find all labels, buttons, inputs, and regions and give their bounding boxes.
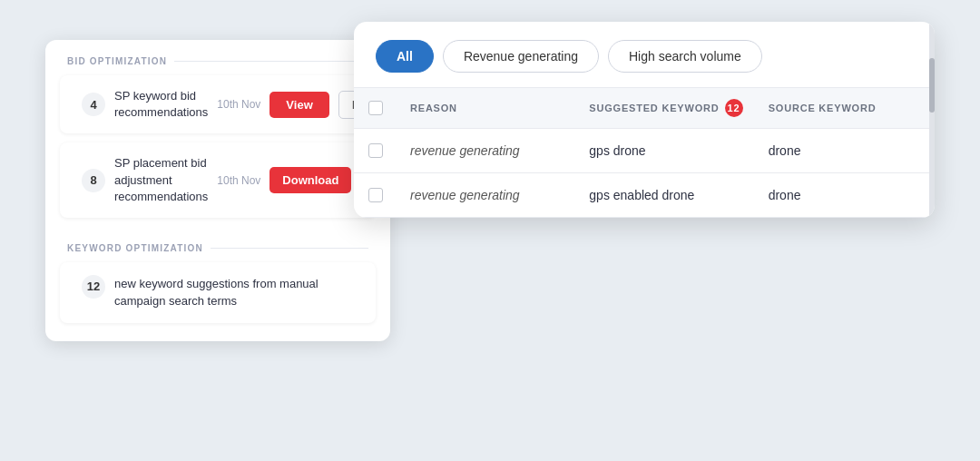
- keyword-rec-text: new keyword suggestions from manual camp…: [114, 275, 354, 310]
- suggested-keyword-badge: 12: [725, 99, 743, 117]
- scrollbar-thumb[interactable]: [929, 58, 935, 113]
- filter-high-search[interactable]: High search volume: [608, 40, 762, 73]
- filter-all[interactable]: All: [376, 40, 434, 73]
- keywords-table: REASON SUGGESTED KEYWORD 12 SOURCE KEYWO…: [354, 87, 935, 218]
- table-header: REASON SUGGESTED KEYWORD 12 SOURCE KEYWO…: [354, 87, 935, 129]
- bid-rec-row-1: 4 SP keyword bid recommendations 10th No…: [60, 75, 376, 133]
- header-checkbox-cell: [354, 88, 397, 128]
- row1-checkbox[interactable]: [368, 143, 383, 158]
- rec-date-2: 10th Nov: [217, 174, 260, 187]
- th-source-keyword: SOURCE KEYWORD: [756, 88, 935, 128]
- table-row: revenue generating gps drone drone: [354, 129, 935, 173]
- row1-reason: revenue generating: [397, 129, 576, 172]
- filter-bar: All Revenue generating High search volum…: [354, 22, 935, 87]
- keyword-rec-row: 12 new keyword suggestions from manual c…: [60, 262, 376, 323]
- keyword-optimization-label: KEYWORD OPTIMIZATION: [45, 227, 390, 262]
- select-all-checkbox[interactable]: [368, 101, 383, 115]
- row2-reason: revenue generating: [397, 173, 576, 217]
- th-reason: REASON: [397, 88, 576, 128]
- row1-suggested-keyword: gps drone: [576, 129, 755, 172]
- row1-source-keyword: drone: [756, 129, 935, 172]
- row2-source-keyword: drone: [756, 173, 935, 217]
- bid-optimization-card: BID OPTIMIZATION 4 SP keyword bid recomm…: [45, 40, 390, 341]
- rec-text-2: SP placement bid adjustment recommendati…: [114, 155, 208, 205]
- rec-date-1: 10th Nov: [217, 98, 260, 111]
- row1-checkbox-cell: [354, 129, 397, 172]
- badge-8: 8: [82, 169, 105, 192]
- bid-rec-row-2: 8 SP placement bid adjustment recommenda…: [60, 142, 376, 218]
- filter-revenue[interactable]: Revenue generating: [443, 40, 599, 73]
- th-suggested-keyword: SUGGESTED KEYWORD 12: [576, 88, 755, 128]
- download-button[interactable]: Download: [270, 167, 351, 193]
- badge-12-back: 12: [82, 275, 105, 299]
- badge-4: 4: [82, 93, 105, 116]
- row2-checkbox[interactable]: [368, 188, 383, 202]
- keyword-suggestions-card: All Revenue generating High search volum…: [354, 22, 935, 218]
- view-button-1[interactable]: View: [270, 92, 328, 118]
- row2-checkbox-cell: [354, 173, 397, 217]
- bid-optimization-label: BID OPTIMIZATION: [45, 40, 390, 75]
- row2-suggested-keyword: gps enabled drone: [576, 173, 755, 217]
- scrollbar[interactable]: [929, 22, 935, 218]
- table-row: revenue generating gps enabled drone dro…: [354, 173, 935, 218]
- rec-text-1: SP keyword bid recommendations: [114, 88, 208, 121]
